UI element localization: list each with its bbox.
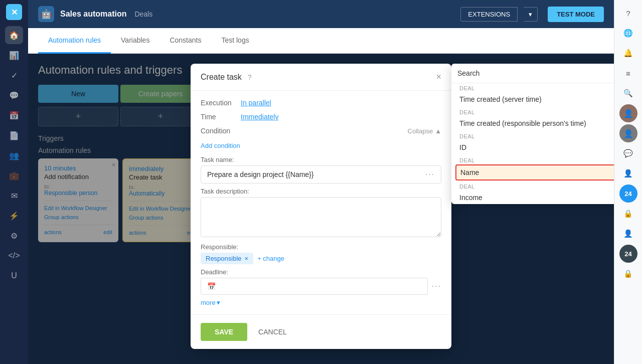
dropdown-item-id[interactable]: ID — [451, 139, 614, 155]
dropdown-item-text-1: Time created (responsible person's time) — [459, 119, 586, 127]
deadline-row: 📅 ··· — [201, 278, 441, 295]
sidebar-icon-contacts[interactable]: 👥 — [5, 146, 23, 164]
modal-header: Create task ? × — [191, 64, 451, 91]
rsidebar-lock-icon[interactable]: 🔒 — [619, 205, 637, 223]
sidebar-icon-deals[interactable]: 💼 — [5, 166, 23, 185]
dropdown-item-income[interactable]: Income — [451, 190, 614, 204]
sidebar-icon-chart[interactable]: 📊 — [5, 46, 23, 64]
rsidebar-list-icon[interactable]: ≡ — [619, 64, 637, 82]
rsidebar-avatar-2[interactable]: 👤 — [619, 124, 637, 142]
responsible-tag-remove[interactable]: × — [245, 255, 249, 262]
sidebar-icon-calendar[interactable]: 📅 — [5, 106, 23, 124]
more-label: more — [201, 299, 216, 306]
dropdown-item-3: DEAL Name — [451, 155, 614, 180]
task-name-input-wrapper: ··· — [201, 165, 441, 184]
dropdown-category-3: DEAL — [451, 155, 614, 163]
condition-label: Condition — [201, 127, 230, 135]
dropdown-category-1: DEAL — [451, 107, 614, 115]
breadcrumb: Deals — [134, 10, 152, 18]
responsible-tag: Responsible × — [201, 253, 253, 264]
dropdown-item-time-responsible[interactable]: Time created (responsible person's time) — [451, 115, 614, 131]
responsible-tag-label: Responsible — [206, 255, 242, 262]
more-button[interactable]: more ▾ — [201, 299, 441, 306]
modal-body: Execution In parallel Time Immediately C… — [191, 91, 451, 314]
deadline-label: Deadline: — [201, 268, 441, 276]
close-app-button[interactable]: ✕ — [6, 4, 22, 20]
tabs-bar: Automation rules Variables Constants Tes… — [28, 28, 614, 54]
task-desc-input[interactable] — [201, 197, 441, 237]
app-logo: 🤖 — [38, 6, 54, 22]
sidebar-icon-settings[interactable]: ⚙ — [5, 227, 23, 245]
sidebar-icon-tasks[interactable]: ✓ — [5, 66, 23, 84]
dropdown-item-4: DEAL Income — [451, 181, 614, 204]
collapse-icon: ▲ — [435, 127, 441, 135]
rsidebar-profile-icon[interactable]: 👤 — [619, 225, 637, 243]
rsidebar-bell-icon[interactable]: 🔔 — [619, 44, 637, 62]
deadline-calendar-icon[interactable]: 📅 — [207, 282, 216, 290]
extensions-button[interactable]: EXTENSIONS — [460, 7, 518, 22]
task-name-input[interactable] — [207, 170, 425, 178]
modal-help-icon[interactable]: ? — [248, 73, 252, 81]
task-name-label: Task name: — [201, 156, 441, 163]
add-condition-button[interactable]: Add condition — [201, 142, 240, 149]
change-responsible-button[interactable]: + change — [257, 255, 284, 262]
execution-label: Execution — [201, 99, 241, 107]
task-name-options-icon[interactable]: ··· — [425, 170, 435, 179]
responsible-label: Responsible: — [201, 243, 441, 251]
dropdown-search-input[interactable] — [457, 69, 614, 77]
dropdown-item-text-3: Name — [460, 168, 479, 176]
dropdown-item-text-2: ID — [459, 143, 466, 151]
responsible-row: Responsible × + change — [201, 253, 441, 264]
dropdown-search — [451, 64, 614, 83]
dropdown-category-4: DEAL — [451, 181, 614, 190]
collapse-button[interactable]: Collapse ▲ — [408, 127, 441, 135]
deadline-options-icon[interactable]: ··· — [432, 282, 441, 291]
time-row: Time Immediately — [201, 113, 441, 121]
dropdown-item-time-server[interactable]: Time created (server time) — [451, 91, 614, 107]
sidebar-icon-docs[interactable]: 📄 — [5, 126, 23, 144]
tab-test-logs[interactable]: Test logs — [211, 28, 259, 54]
dropdown-item-1: DEAL Time created (responsible person's … — [451, 107, 614, 131]
main-content: 🤖 Sales automation Deals EXTENSIONS ▾ TE… — [28, 0, 614, 364]
right-sidebar: ? 🌐 🔔 ≡ 🔍 👤 👤 💬 👤 24 🔒 👤 24 🔒 — [614, 0, 642, 364]
dropdown-item-0: DEAL Time created (server time) — [451, 83, 614, 107]
tab-automation-rules[interactable]: Automation rules — [38, 28, 111, 54]
more-chevron-icon: ▾ — [217, 299, 220, 306]
rsidebar-chat-icon[interactable]: 💬 — [619, 144, 637, 162]
rsidebar-avatar-1[interactable]: 👤 — [619, 104, 637, 122]
execution-row: Execution In parallel — [201, 99, 441, 107]
execution-value[interactable]: In parallel — [241, 99, 271, 107]
sidebar-icon-code[interactable]: </> — [5, 247, 23, 265]
sidebar-icon-user[interactable]: U — [5, 267, 23, 285]
extensions-arrow-button[interactable]: ▾ — [524, 7, 538, 22]
sidebar-icon-mail[interactable]: ✉ — [5, 187, 23, 205]
dropdown-category-2: DEAL — [451, 131, 614, 139]
sidebar-icon-chat[interactable]: 💬 — [5, 86, 23, 104]
condition-row: Condition Collapse ▲ — [201, 127, 441, 135]
save-button[interactable]: SAVE — [201, 323, 247, 341]
tab-constants[interactable]: Constants — [159, 28, 211, 54]
rsidebar-badge-blue[interactable]: 24 — [619, 185, 637, 203]
dropdown-panel: DEAL Time created (server time) DEAL Tim… — [451, 64, 614, 204]
dropdown-item-text-4: Income — [459, 194, 483, 202]
modal-close-button[interactable]: × — [436, 72, 441, 82]
rsidebar-user-icon[interactable]: 👤 — [619, 164, 637, 183]
rsidebar-search-icon[interactable]: 🔍 — [619, 84, 637, 102]
modal-footer: SAVE CANCEL — [191, 314, 451, 349]
rsidebar-question-icon[interactable]: ? — [619, 4, 637, 22]
cancel-button[interactable]: CANCEL — [253, 323, 292, 341]
rsidebar-lock2-icon[interactable]: 🔒 — [619, 265, 637, 283]
time-value[interactable]: Immediately — [241, 113, 278, 121]
modal-overlay: Create task ? × Execution In parallel Ti… — [28, 54, 614, 364]
rsidebar-badge-dark[interactable]: 24 — [619, 245, 637, 263]
app-title: Sales automation — [60, 10, 126, 19]
dropdown-item-name[interactable]: Name — [455, 164, 614, 180]
dropdown-item-2: DEAL ID — [451, 131, 614, 155]
rsidebar-globe-icon[interactable]: 🌐 — [619, 24, 637, 42]
dropdown-item-text-0: Time created (server time) — [459, 95, 542, 103]
sidebar-icon-home[interactable]: 🏠 — [5, 26, 23, 44]
sidebar-icon-automation[interactable]: ⚡ — [5, 207, 23, 225]
collapse-label: Collapse — [408, 127, 433, 135]
tab-variables[interactable]: Variables — [111, 28, 159, 54]
test-mode-button[interactable]: TEST MODE — [548, 7, 604, 22]
